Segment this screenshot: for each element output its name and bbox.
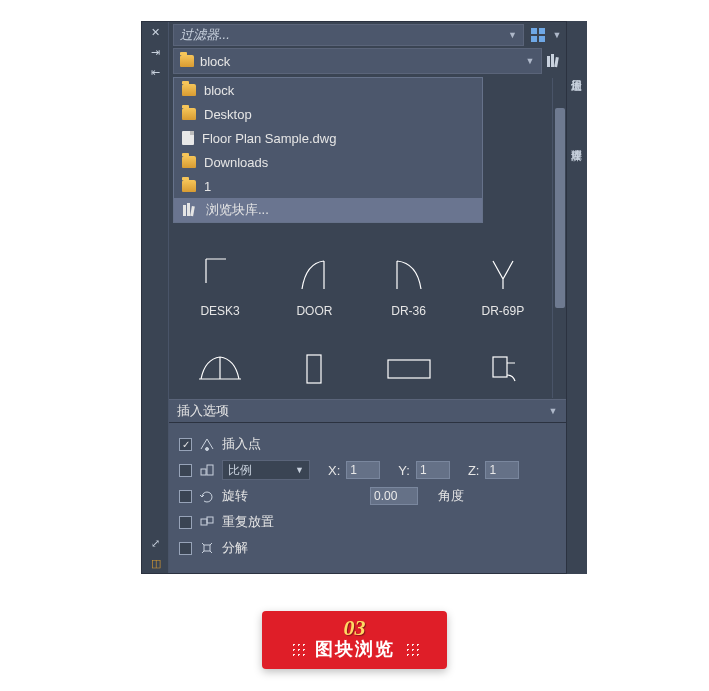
svg-rect-1 (539, 28, 545, 34)
block-item[interactable]: DR-69P (463, 250, 543, 318)
dropdown-item[interactable]: Desktop (174, 102, 482, 126)
angle-input[interactable] (370, 487, 418, 505)
panel-content: 过滤器... ▼ ▼ block ▼ block Desktop (169, 22, 566, 573)
scale-z-input[interactable] (485, 461, 519, 479)
block-item[interactable]: FC42X18D (369, 344, 449, 398)
svg-rect-15 (207, 465, 213, 475)
scrollbar[interactable] (552, 78, 566, 398)
block-item[interactable]: DOOR (274, 250, 354, 318)
insertion-point-checkbox[interactable]: ✓ (179, 438, 192, 451)
scale-y-input[interactable] (416, 461, 450, 479)
library-icon[interactable] (546, 54, 562, 68)
dots-icon (291, 642, 305, 656)
svg-rect-18 (204, 545, 210, 551)
scale-icon (198, 462, 216, 478)
dots-icon (405, 642, 419, 656)
view-mode-button[interactable] (528, 25, 548, 45)
folder-dropdown: block Desktop Floor Plan Sample.dwg Down… (173, 77, 483, 223)
dropdown-item[interactable]: Downloads (174, 150, 482, 174)
svg-rect-4 (547, 56, 550, 67)
block-item[interactable]: DR-36 (369, 250, 449, 318)
insert-options: ✓ 插入点 比例▼ X: Y: Z: 旋转 (169, 423, 566, 573)
badge-number: 03 (344, 619, 366, 637)
badge-text: 图块浏览 (315, 637, 395, 661)
scale-combo[interactable]: 比例▼ (222, 460, 310, 480)
folder-label: block (200, 54, 230, 69)
chevron-down-icon: ▼ (548, 406, 558, 416)
block-item[interactable]: DESK3 (180, 250, 260, 318)
filter-row: 过滤器... ▼ ▼ (169, 22, 566, 48)
dock-icon[interactable]: ⇤ (142, 62, 169, 82)
filter-combo[interactable]: 过滤器... ▼ (173, 24, 524, 46)
svg-rect-0 (531, 28, 537, 34)
library-icon (182, 203, 198, 217)
repeat-label: 重复放置 (222, 513, 274, 531)
chevron-down-icon: ▼ (508, 30, 517, 40)
chevron-down-icon: ▼ (525, 56, 535, 66)
point-icon (198, 436, 216, 452)
expand-icon[interactable]: ⤢ (142, 533, 169, 553)
insertion-point-label: 插入点 (222, 435, 261, 453)
svg-rect-11 (388, 360, 430, 378)
left-toolbar: ✕ ⇥ ⇤ ⤢ ◫ (142, 22, 169, 573)
dropdown-browse[interactable]: 浏览块库... (174, 198, 482, 222)
dropdown-item[interactable]: Floor Plan Sample.dwg (174, 126, 482, 150)
scale-checkbox[interactable] (179, 464, 192, 477)
svg-rect-16 (201, 519, 207, 525)
dropdown-item[interactable]: 1 (174, 174, 482, 198)
dropdown-item[interactable]: block (174, 78, 482, 102)
repeat-checkbox[interactable] (179, 516, 192, 529)
block-item[interactable]: DR-72P (180, 344, 260, 398)
rotate-label: 旋转 (222, 487, 248, 505)
scrollbar-thumb[interactable] (555, 108, 565, 308)
angle-label: 角度 (438, 487, 464, 505)
filter-placeholder: 过滤器... (180, 26, 230, 44)
svg-rect-7 (183, 205, 186, 216)
folder-icon (182, 180, 196, 192)
folder-icon (182, 84, 196, 96)
svg-rect-6 (554, 57, 559, 67)
repeat-icon (198, 514, 216, 530)
section-badge: 03 图块浏览 (262, 611, 447, 669)
tab-manage[interactable]: 管理块库 (567, 131, 586, 151)
pin-icon[interactable]: ⇥ (142, 42, 169, 62)
svg-rect-14 (201, 469, 206, 475)
tab-recent[interactable]: 最近使用 (567, 61, 586, 81)
svg-point-13 (206, 448, 209, 451)
scale-x-input[interactable] (346, 461, 380, 479)
palette-icon[interactable]: ◫ (142, 553, 169, 573)
insert-options-header[interactable]: 插入选项 ▼ (169, 399, 566, 423)
block-panel: ✕ ⇥ ⇤ ⤢ ◫ 过滤器... ▼ ▼ block ▼ (141, 21, 567, 574)
right-tab-bar: 最近使用 管理块库 (567, 21, 587, 574)
explode-checkbox[interactable] (179, 542, 192, 555)
folder-combo[interactable]: block ▼ (173, 48, 542, 74)
explode-icon (198, 540, 216, 556)
svg-rect-8 (187, 203, 190, 216)
folder-icon (182, 156, 196, 168)
svg-rect-9 (190, 206, 195, 216)
block-item[interactable]: FC15X27A (274, 344, 354, 398)
svg-rect-3 (539, 36, 545, 42)
rotate-icon (198, 488, 216, 504)
block-item[interactable]: FNPHONE (463, 344, 543, 398)
svg-rect-5 (551, 54, 554, 67)
view-mode-caret[interactable]: ▼ (552, 30, 562, 40)
svg-rect-2 (531, 36, 537, 42)
close-icon[interactable]: ✕ (142, 22, 169, 42)
folder-icon (182, 108, 196, 120)
svg-rect-17 (207, 517, 213, 523)
rotate-checkbox[interactable] (179, 490, 192, 503)
svg-rect-10 (307, 355, 321, 383)
folder-icon (180, 55, 194, 67)
explode-label: 分解 (222, 539, 248, 557)
svg-rect-12 (493, 357, 507, 377)
file-icon (182, 131, 194, 145)
